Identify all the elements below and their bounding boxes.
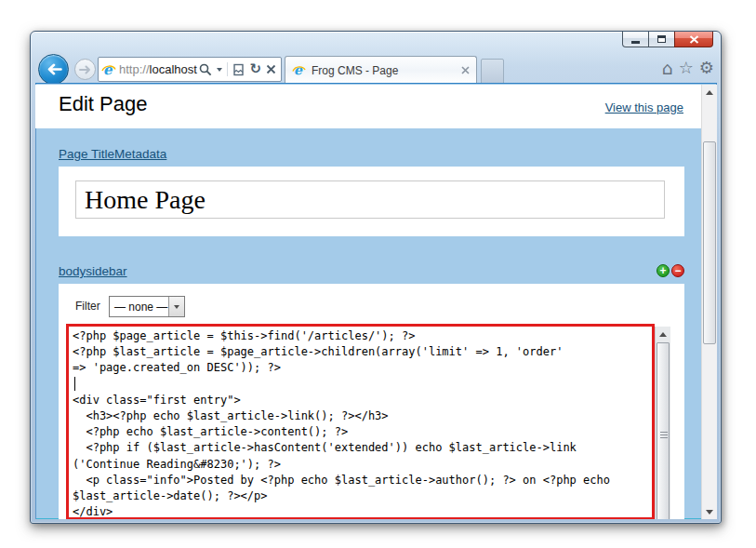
plus-icon: + (659, 265, 666, 276)
triangle-up-icon (706, 90, 713, 95)
url-host: localhost (150, 62, 197, 76)
address-bar[interactable]: e http://localhost ↻ (98, 57, 282, 82)
page-title: Edit Page (59, 92, 147, 116)
minimize-button[interactable] (622, 32, 649, 47)
add-part-button[interactable]: + (657, 264, 670, 277)
tab-sidebar[interactable]: sidebar (86, 264, 126, 278)
svg-text:e: e (103, 62, 113, 77)
browser-tab[interactable]: e Frog CMS - Page (285, 56, 477, 84)
filter-select[interactable]: — none — (109, 296, 185, 317)
page-scrollbar[interactable] (701, 85, 717, 519)
restore-button[interactable] (648, 32, 675, 47)
back-arrow-icon (46, 63, 62, 75)
svg-text:e: e (294, 63, 303, 77)
search-dropdown-caret-icon[interactable] (217, 68, 222, 72)
text-cursor (74, 377, 75, 391)
body-panel: Filter — none — <?php $page_article = $t… (59, 284, 684, 519)
tab-body[interactable]: body (59, 264, 86, 278)
restore-icon (657, 35, 666, 43)
page-title-input[interactable] (75, 180, 665, 219)
favorites-star-icon[interactable]: ☆ (679, 59, 694, 77)
minimize-icon (631, 41, 640, 44)
page-viewport: Edit Page View this page Page TitleMetad… (35, 83, 717, 519)
window-controls (623, 32, 713, 47)
page-scroll-up-button[interactable] (702, 85, 717, 100)
scrollbar-grip-icon (660, 432, 668, 440)
address-bar-icons: ↻ (199, 62, 278, 76)
select-dropdown-button[interactable] (168, 297, 184, 316)
code-content: <?php $page_article = $this->find('/arti… (69, 327, 652, 519)
close-icon (689, 35, 699, 44)
triangle-down-icon (706, 510, 713, 515)
frog-cms-page: Edit Page View this page Page TitleMetad… (35, 85, 701, 519)
search-icon[interactable] (199, 63, 212, 76)
filter-label: Filter (75, 300, 100, 313)
chevron-down-icon (174, 305, 179, 309)
view-this-page-link[interactable]: View this page (605, 100, 683, 114)
divider (227, 62, 228, 76)
home-icon[interactable]: ⌂ (662, 59, 673, 77)
url-scheme: http:// (119, 62, 150, 76)
back-button[interactable] (38, 54, 69, 85)
ie-icon: e (101, 62, 116, 77)
tab-metadata[interactable]: Metadata (114, 147, 166, 161)
part-tabs: bodysidebar (59, 262, 127, 279)
triangle-up-icon (659, 332, 667, 337)
settings-gear-icon[interactable]: ⚙ (699, 59, 714, 77)
tab-title: Frog CMS - Page (312, 64, 461, 77)
close-button[interactable] (674, 32, 713, 47)
remove-part-button[interactable]: − (671, 264, 684, 277)
filter-selected-value: — none — (110, 301, 168, 314)
page-scroll-down-button[interactable] (702, 504, 717, 519)
metadata-tabs: Page TitleMetadata (59, 145, 166, 162)
forward-button[interactable] (74, 59, 96, 80)
compatibility-view-icon[interactable] (232, 63, 245, 76)
tab-page-title[interactable]: Page Title (59, 147, 114, 161)
page-header: Edit Page View this page (35, 85, 701, 128)
forward-arrow-icon (79, 65, 91, 74)
url-text[interactable]: http://localhost (119, 62, 199, 76)
textarea-scrollbar[interactable] (655, 327, 670, 519)
refresh-icon[interactable]: ↻ (249, 62, 261, 76)
new-tab-button[interactable] (481, 59, 504, 84)
ie-icon: e (292, 63, 306, 77)
minus-icon: − (674, 265, 681, 276)
textarea-scrollbar-thumb[interactable] (657, 342, 670, 519)
command-icons: ⌂ ☆ ⚙ (662, 59, 714, 77)
code-textarea[interactable]: <?php $page_article = $this->find('/arti… (66, 324, 655, 519)
stop-icon[interactable] (266, 64, 276, 74)
page-scrollbar-thumb[interactable] (703, 141, 716, 344)
textarea-scroll-up-button[interactable] (656, 327, 670, 342)
title-panel (59, 167, 684, 236)
screenshot-canvas: e http://localhost ↻ e Frog CMS - Page (0, 0, 756, 548)
tab-close-icon[interactable] (461, 66, 470, 74)
browser-window: e http://localhost ↻ e Frog CMS - Page (30, 31, 722, 524)
